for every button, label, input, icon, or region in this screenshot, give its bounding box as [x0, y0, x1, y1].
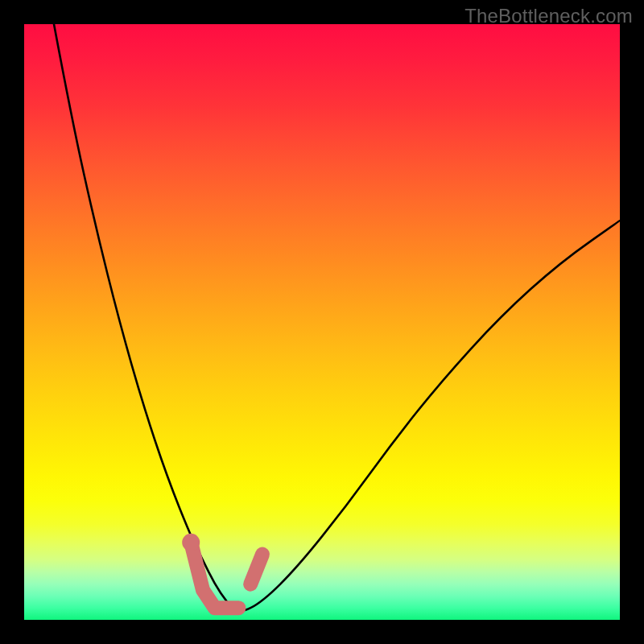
chart-container: TheBottleneck.com — [0, 0, 644, 644]
marker-L — [191, 543, 238, 608]
watermark-text: TheBottleneck.com — [464, 5, 633, 27]
curve-svg — [24, 24, 620, 620]
bottleneck-curve — [54, 24, 620, 611]
plot-area — [24, 24, 620, 620]
marker-L-dot — [182, 534, 200, 551]
marker-dash — [250, 555, 262, 584]
